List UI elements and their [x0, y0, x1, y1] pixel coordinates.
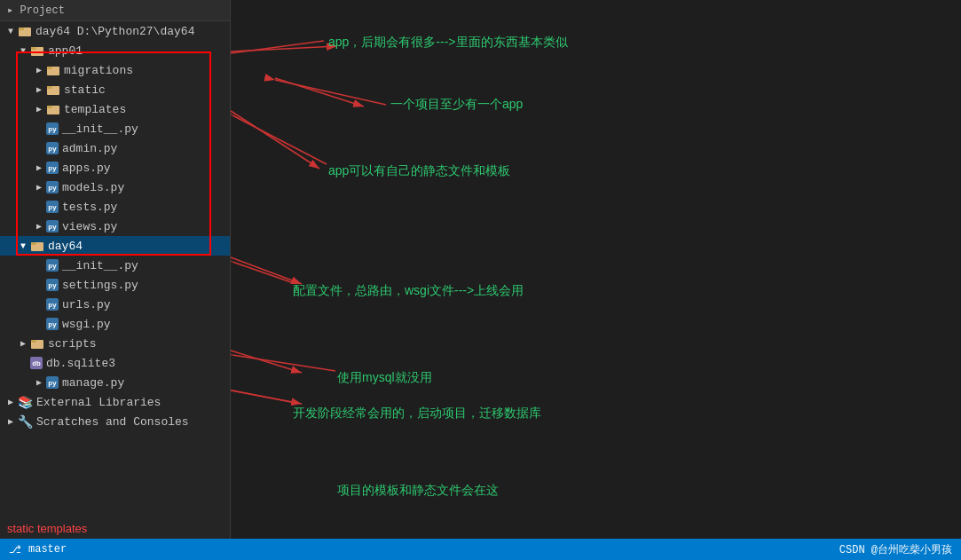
svg-line-23: [231, 41, 324, 53]
tests-py-label: tests.py: [62, 201, 117, 214]
models-py-label: models.py: [62, 181, 124, 194]
tree-item-external-lib[interactable]: ▶ 📚 External Libraries: [0, 392, 230, 412]
migrations-chevron: ▶: [32, 63, 46, 77]
tree-item-urls-py[interactable]: py urls.py: [0, 295, 230, 314]
tree-item-init-py[interactable]: py __init__.py: [0, 119, 230, 138]
views-chevron: ▶: [32, 219, 46, 233]
sidebar-bottom-label: static templates: [7, 522, 87, 535]
tree-item-wsgi-py[interactable]: py wsgi.py: [0, 314, 230, 334]
svg-line-16: [275, 78, 364, 106]
svg-rect-7: [47, 86, 52, 89]
wsgi-py-icon: py: [46, 318, 59, 330]
project-header[interactable]: ▸ Project: [0, 0, 230, 21]
svg-line-26: [232, 262, 291, 282]
bottom-left: ⎇ master: [9, 543, 67, 556]
templates-folder-icon: [46, 102, 60, 116]
annotation-3: app可以有自己的静态文件和模板: [328, 160, 510, 182]
scratch-icon: 🔧: [18, 414, 33, 430]
scripts-folder-icon: [30, 336, 44, 351]
admin-py-label: admin.py: [62, 142, 117, 155]
db-icon: db: [30, 357, 43, 369]
tree-item-views-py[interactable]: ▶ py views.py: [0, 217, 230, 236]
scratches-chevron: ▶: [4, 414, 18, 429]
svg-line-18: [231, 257, 302, 284]
branch-label: master: [28, 543, 67, 556]
annotation-7: 项目的模板和静态文件会在这: [337, 479, 499, 501]
tree-item-scripts[interactable]: ▶ scripts: [0, 334, 230, 353]
models-chevron: ▶: [32, 180, 46, 194]
scratches-label: Scratches and Consoles: [36, 415, 189, 429]
static-chevron: ▶: [32, 83, 46, 97]
scripts-chevron: ▶: [16, 336, 30, 351]
apps-py-label: apps.py: [62, 162, 111, 175]
watermark: CSDN @台州吃柴小男孩: [839, 542, 952, 557]
tree-item-app01[interactable]: ▼ app01: [0, 41, 230, 60]
tree-item-templates[interactable]: ▶ templates: [0, 99, 230, 119]
tree-item-init2-py[interactable]: py __init__.py: [0, 256, 230, 275]
templates-label: templates: [64, 103, 126, 116]
svg-line-25: [232, 115, 327, 164]
db-sqlite3-label: db.sqlite3: [46, 357, 115, 370]
tree-item-migrations[interactable]: ▶ migrations: [0, 60, 230, 80]
day64-sub-chevron: ▼: [16, 239, 30, 253]
annotation-6: 开发阶段经常会用的，启动项目，迁移数据库: [293, 402, 541, 424]
svg-line-17: [231, 111, 319, 169]
day64-sub-folder-icon: [30, 239, 44, 253]
folder-icon: [18, 24, 32, 38]
sidebar: ▸ Project ▼ day64 D:\Python27\day64 ▼ ap…: [0, 0, 231, 560]
settings-py-label: settings.py: [62, 279, 138, 292]
migrations-folder-icon: [46, 63, 60, 77]
tree-root[interactable]: ▼ day64 D:\Python27\day64: [0, 21, 230, 41]
views-py-icon: py: [46, 220, 59, 233]
tree-item-manage-py[interactable]: ▶ py manage.py: [0, 373, 230, 392]
tree-item-tests-py[interactable]: py tests.py: [0, 197, 230, 217]
tree-item-day64-sub[interactable]: ▼ day64: [0, 236, 230, 256]
tree-item-static[interactable]: ▶ static: [0, 80, 230, 99]
views-py-label: views.py: [62, 220, 117, 233]
app01-folder-icon: [30, 43, 44, 58]
root-label: day64 D:\Python27\day64: [35, 25, 194, 38]
svg-line-20: [231, 390, 302, 404]
external-lib-label: External Libraries: [36, 396, 161, 409]
svg-rect-1: [19, 28, 24, 30]
py-icon: py: [46, 122, 59, 135]
init2-py-label: __init__.py: [62, 259, 138, 272]
content-area: app，后期会有很多--->里面的东西基本类似 一个项目至少有一个app app…: [231, 0, 961, 560]
manage-py-label: manage.py: [62, 376, 124, 390]
git-icon: ⎇: [9, 543, 21, 556]
svg-rect-11: [31, 242, 36, 245]
svg-rect-9: [47, 106, 52, 108]
svg-rect-13: [31, 340, 36, 343]
urls-py-icon: py: [46, 298, 59, 311]
models-py-icon: py: [46, 181, 59, 193]
apps-py-icon: py: [46, 162, 59, 174]
annotation-1: app，后期会有很多--->里面的东西基本类似: [328, 31, 568, 53]
urls-py-label: urls.py: [62, 298, 111, 312]
migrations-label: migrations: [64, 64, 133, 77]
wsgi-py-label: wsgi.py: [62, 318, 111, 331]
main-container: ▸ Project ▼ day64 D:\Python27\day64 ▼ ap…: [0, 0, 961, 560]
annotation-2: 一个项目至少有一个app: [390, 93, 523, 115]
day64-sub-label: day64: [48, 240, 83, 253]
tree-item-models-py[interactable]: ▶ py models.py: [0, 177, 230, 197]
annotation-5: 使用mysql就没用: [337, 367, 432, 389]
svg-rect-3: [31, 47, 36, 50]
lib-icon: 📚: [18, 395, 33, 410]
app01-chevron: ▼: [16, 43, 30, 58]
app01-label: app01: [48, 44, 83, 58]
ext-lib-chevron: ▶: [4, 395, 18, 409]
svg-line-27: [232, 355, 335, 371]
svg-line-19: [231, 351, 302, 373]
settings-py-icon: py: [46, 279, 59, 291]
tree-item-scratches[interactable]: ▶ 🔧 Scratches and Consoles: [0, 412, 230, 431]
chevron-icon: ▼: [4, 24, 18, 38]
svg-line-24: [275, 80, 386, 105]
sidebar-bottom-text: static templates: [7, 522, 87, 535]
tree-item-db-sqlite3[interactable]: db db.sqlite3: [0, 353, 230, 373]
tree-item-admin-py[interactable]: py admin.py: [0, 138, 230, 158]
tree-item-apps-py[interactable]: ▶ py apps.py: [0, 158, 230, 177]
static-label: static: [64, 83, 106, 97]
static-folder-icon: [46, 83, 60, 97]
tree-item-settings-py[interactable]: py settings.py: [0, 275, 230, 295]
project-label: ▸ Project: [7, 4, 65, 17]
